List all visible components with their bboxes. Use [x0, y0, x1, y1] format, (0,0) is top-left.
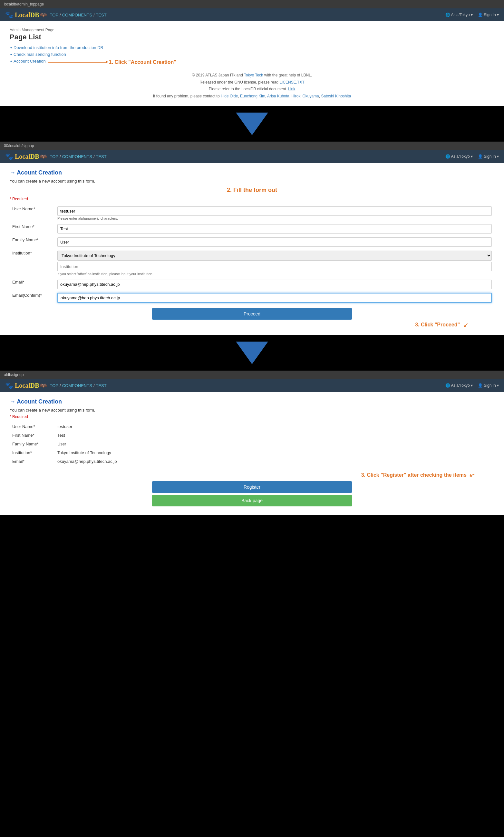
footer-license-link[interactable]: LICENSE.TXT — [279, 80, 304, 85]
navbar-3: 🐾 LocalDB🦇 TOP / COMPONENTS / TEST 🌐 Asi… — [0, 379, 504, 392]
register-button[interactable]: Register — [152, 481, 352, 493]
familyname-input[interactable] — [57, 237, 492, 247]
logo-1: 🐾 LocalDB🦇 — [5, 11, 48, 19]
review-row-firstname: First Name* Test — [10, 431, 494, 440]
nav-top-3[interactable]: TOP — [50, 383, 59, 388]
form-row-firstname: First Name* — [10, 222, 494, 235]
nav-components-2[interactable]: COMPONENTS — [62, 154, 92, 159]
timezone-1: 🌐 Asia/Tokyo ▾ — [445, 13, 473, 17]
browser-url-2: 00/localdb/signup — [4, 144, 34, 148]
logo-2: 🐾 LocalDB🦇 — [5, 153, 48, 160]
review-familyname-label: Family Name* — [10, 440, 55, 448]
username-label: User Name* — [10, 204, 55, 222]
annotation-register-text: 3. Click "Register" after checking the i… — [361, 472, 467, 478]
acount-creation-title-2: Acount Creation — [10, 169, 494, 176]
navbar-left-1: 🐾 LocalDB🦇 TOP / COMPONENTS / TEST — [5, 11, 107, 19]
contact-eunchong[interactable]: Eunchong Kim — [240, 94, 265, 99]
footer-line1: © 2019 ATLAS Japan ITk and Tokyo Tech wi… — [10, 72, 494, 79]
nav-test-2[interactable]: TEST — [96, 154, 107, 159]
form-row-institution: Institution* Tokyo Institute of Technolo… — [10, 249, 494, 278]
nav-test-3[interactable]: TEST — [96, 383, 107, 388]
institution-other-input[interactable] — [57, 262, 492, 271]
footer-line4: If found any problem, please contact to … — [10, 93, 494, 100]
email-input[interactable] — [57, 280, 492, 289]
annotation-step2: 2. Fill the form out — [10, 187, 494, 194]
email-confirm-input[interactable] — [57, 293, 492, 303]
browser-bar-2: 00/localdb/signup — [0, 142, 504, 150]
section1-wrapper: 🐾 LocalDB🦇 TOP / COMPONENTS / TEST 🌐 Asi… — [0, 8, 504, 106]
nav-components-1[interactable]: COMPONENTS — [62, 13, 92, 17]
browser-bar-3: aldb/signup — [0, 371, 504, 379]
familyname-label: Family Name* — [10, 235, 55, 249]
firstname-label: First Name* — [10, 222, 55, 235]
contact-hide[interactable]: Hide Oide — [221, 94, 238, 99]
annotation-step3-arrow: ↙ — [463, 321, 469, 329]
form-row-email-confirm: Email(Confirm)* — [10, 291, 494, 305]
proceed-button[interactable]: Proceed — [152, 308, 352, 320]
download-link[interactable]: Download institution info from the produ… — [10, 45, 494, 50]
nav-test-1[interactable]: TEST — [96, 13, 107, 17]
annotation-register-arrow: ↙ — [468, 470, 476, 480]
form-desc-2: You can create a new account using this … — [10, 179, 494, 183]
institution-hint: If you select 'other' as institution, pl… — [57, 272, 492, 276]
page-title: Page List — [10, 33, 494, 41]
back-button[interactable]: Back page — [152, 495, 352, 506]
section2-content: Acount Creation You can create a new acc… — [0, 163, 504, 335]
footer-tokyotech-link[interactable]: Tokyo Tech — [244, 73, 263, 77]
nav-top-1[interactable]: TOP — [50, 13, 59, 17]
review-email-label: Email* — [10, 457, 55, 466]
review-row-username: User Name* testuser — [10, 422, 494, 431]
form-desc-3: You can create a new account using this … — [10, 408, 494, 412]
nav-sep-2a: / — [60, 154, 61, 159]
form-row-email: Email* — [10, 278, 494, 291]
review-username-label: User Name* — [10, 422, 55, 431]
big-arrow-shape-1 — [236, 112, 268, 135]
review-email-value: okuyama@hep.phys.titech.ac.jp — [55, 457, 494, 466]
email-confirm-cell — [55, 291, 494, 305]
review-firstname-value: Test — [55, 431, 494, 440]
navbar-1: 🐾 LocalDB🦇 TOP / COMPONENTS / TEST 🌐 Asi… — [0, 8, 504, 21]
nav-links-1: TOP / COMPONENTS / TEST — [50, 13, 107, 17]
signin-1[interactable]: 👤 Sign In ▾ — [478, 13, 499, 17]
annotation-step3-row: 3. Click "Proceed" ↙ — [10, 321, 494, 329]
signin-2[interactable]: 👤 Sign In ▾ — [478, 154, 499, 159]
signin-3[interactable]: 👤 Sign In ▾ — [478, 383, 499, 388]
email-confirm-label: Email(Confirm)* — [10, 291, 55, 305]
account-creation-link[interactable]: Account Creation — [10, 59, 46, 64]
nav-sep-3b: / — [93, 383, 95, 388]
navbar-right-2: 🌐 Asia/Tokyo ▾ 👤 Sign In ▾ — [445, 154, 499, 159]
required-label-2: * Required — [10, 197, 494, 201]
timezone-3: 🌐 Asia/Tokyo ▾ — [445, 383, 473, 388]
review-row-familyname: Family Name* User — [10, 440, 494, 448]
section1-content: Admin Management Page Page List Download… — [0, 21, 504, 106]
institution-select[interactable]: Tokyo Institute of Technology — [57, 251, 492, 261]
footer-line2: Released under the GNU license, please r… — [10, 79, 494, 86]
contact-hiroki[interactable]: Hiroki Okuyama — [291, 94, 319, 99]
browser-url-3: aldb/signup — [4, 373, 23, 377]
big-arrow-1 — [0, 106, 504, 142]
section3-wrapper: 🐾 LocalDB🦇 TOP / COMPONENTS / TEST 🌐 Asi… — [0, 379, 504, 515]
username-input[interactable] — [57, 207, 492, 216]
contact-satoshi[interactable]: Satoshi Kinoshita — [321, 94, 351, 99]
navbar-left-2: 🐾 LocalDB🦇 TOP / COMPONENTS / TEST — [5, 153, 107, 160]
big-arrow-shape-2 — [236, 342, 268, 364]
firstname-cell — [55, 222, 494, 235]
footer-link-link[interactable]: Link — [288, 87, 295, 91]
nav-components-3[interactable]: COMPONENTS — [62, 383, 92, 388]
nav-sep-1a: / — [60, 13, 61, 17]
nav-top-2[interactable]: TOP — [50, 154, 59, 159]
check-mail-link[interactable]: Check mail sending function — [10, 52, 494, 57]
firstname-input[interactable] — [57, 224, 492, 233]
review-institution-label: Institution* — [10, 448, 55, 457]
annotation-text-1: 1. Click "Account Creation" — [109, 59, 176, 65]
acount-creation-title-3: Acount Creation — [10, 398, 494, 405]
contact-arisa[interactable]: Arisa Kubota — [267, 94, 290, 99]
big-arrow-2 — [0, 335, 504, 371]
institution-cell: Tokyo Institute of Technology If you sel… — [55, 249, 494, 278]
signup-form-table: User Name* Please enter alphanumeric cha… — [10, 204, 494, 305]
browser-url-1: localdb/admin_toppage — [4, 2, 44, 6]
navbar-2: 🐾 LocalDB🦇 TOP / COMPONENTS / TEST 🌐 Asi… — [0, 150, 504, 163]
email-label: Email* — [10, 278, 55, 291]
page-subtitle: Admin Management Page — [10, 28, 494, 32]
browser-bar-1: localdb/admin_toppage — [0, 0, 504, 8]
